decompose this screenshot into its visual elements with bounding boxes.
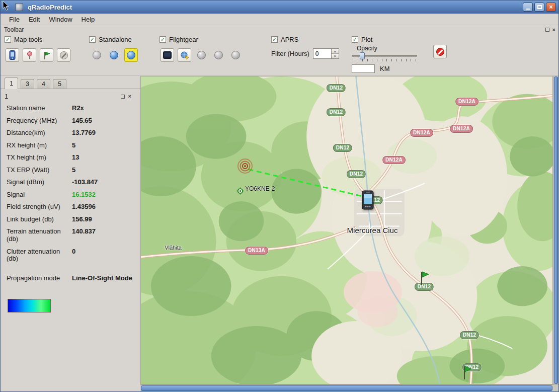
horizontal-scrollbar[interactable] <box>140 384 558 391</box>
station-callsign: YO6KNE-2 <box>245 185 275 192</box>
menu-help[interactable]: Help <box>77 14 100 25</box>
panel-float-icon[interactable] <box>121 95 125 99</box>
mobile-phone-marker[interactable] <box>361 190 374 212</box>
info-row-value: 145.65 <box>72 117 132 125</box>
plot-label: Plot <box>361 36 372 43</box>
info-row-value: 13.7769 <box>72 129 132 137</box>
standalone-label: Standalone <box>99 36 132 43</box>
info-row-label: RX height (m) <box>7 142 67 149</box>
gray-sphere-icon <box>214 51 223 59</box>
standalone-button-3[interactable] <box>124 48 138 62</box>
standalone-checkbox[interactable]: ✓ <box>89 36 96 43</box>
flightgear-settings-button[interactable] <box>178 48 191 62</box>
panel-tab-5[interactable]: 5 <box>53 79 66 89</box>
flightgear-console-button[interactable] <box>161 48 174 62</box>
flag-tool-button[interactable] <box>40 48 53 62</box>
gray-sphere-icon <box>197 51 206 59</box>
map-tools-checkbox[interactable]: ✓ <box>5 36 11 43</box>
info-row-label: Signal (dBm) <box>7 179 67 186</box>
menu-window[interactable]: Window <box>44 14 76 25</box>
table-row: Distance(km)13.7769 <box>7 129 140 137</box>
vertical-scrollbar-thumb[interactable] <box>554 76 558 384</box>
table-row: Propagation modeLine-Of-Sight Mode <box>7 275 140 282</box>
mouse-cursor <box>3 1 10 11</box>
info-row-value: -103.847 <box>72 179 132 186</box>
flightgear-button-3[interactable] <box>195 48 208 62</box>
town-label: Vlăhița <box>165 245 182 251</box>
flightgear-button-5[interactable] <box>229 48 243 62</box>
check-icon: ✓ <box>353 37 357 42</box>
flag-marker[interactable] <box>420 271 430 287</box>
aprs-group: ✓ APRS Filter (Hours) ▲ ▼ <box>271 35 352 59</box>
opacity-label: Opacity <box>357 45 417 52</box>
filter-hours-input[interactable] <box>313 48 331 59</box>
km-input[interactable] <box>352 64 375 73</box>
panel-tab-1[interactable]: 1 <box>5 77 18 89</box>
menu-file[interactable]: File <box>5 14 24 25</box>
no-entry-icon <box>60 51 68 59</box>
info-row-label: Signal <box>7 191 67 199</box>
spin-down-button[interactable]: ▼ <box>332 54 339 58</box>
close-icon: × <box>549 4 552 10</box>
info-row-label: Frequency (MHz) <box>7 117 67 125</box>
signal-color-scale <box>8 299 51 312</box>
vertical-scrollbar[interactable] <box>553 76 558 384</box>
plot-checkbox[interactable]: ✓ <box>352 36 358 43</box>
flightgear-button-4[interactable] <box>212 48 225 62</box>
info-row-value: 1.43596 <box>72 203 132 211</box>
plot-clear-button[interactable] <box>433 45 447 58</box>
info-row-value: 0 <box>72 248 132 263</box>
marker-pin-button[interactable] <box>23 48 36 62</box>
map-column: DN12 DN12 DN12 DN12 DN12 DN12 DN12 DN12 … <box>140 76 558 391</box>
info-row-label: Link budget (db) <box>7 216 67 223</box>
flag-marker[interactable] <box>462 365 472 382</box>
toolbar-close-icon[interactable]: × <box>552 27 555 33</box>
road-badge: DN12 <box>333 144 352 152</box>
info-row-value: Line-Of-Sight Mode <box>72 275 132 282</box>
info-row-label: Distance(km) <box>7 129 67 137</box>
station-info-panel: 1 3 4 5 1 × Station nameR2x Frequency (M… <box>1 76 140 391</box>
flag-icon <box>420 271 430 286</box>
mobile-station-button[interactable] <box>6 48 19 62</box>
blue-sphere-icon <box>127 51 135 59</box>
flag-icon <box>462 365 472 380</box>
maximize-button[interactable] <box>534 3 544 12</box>
road-badge: DN12A <box>455 98 478 106</box>
info-row-value: 5 <box>72 142 132 149</box>
window-title: qRadioPredict <box>28 4 72 11</box>
minimize-button[interactable] <box>523 3 533 12</box>
table-row: TX ERP (Watt)5 <box>7 167 140 174</box>
panel-close-icon[interactable]: × <box>128 94 131 99</box>
aprs-label: APRS <box>281 36 298 43</box>
horizontal-scrollbar-thumb[interactable] <box>141 385 552 391</box>
map-tools-group: ✓ Map tools <box>5 35 89 63</box>
map-view[interactable]: DN12 DN12 DN12 DN12 DN12 DN12 DN12 DN12 … <box>140 76 553 384</box>
flag-icon <box>42 51 51 60</box>
close-button[interactable]: × <box>546 3 556 12</box>
menu-edit[interactable]: Edit <box>24 14 44 25</box>
clear-tool-button[interactable] <box>57 48 70 62</box>
table-row: Signal16.1532 <box>7 191 140 199</box>
slider-handle[interactable] <box>360 52 365 59</box>
panel-tab-3[interactable]: 3 <box>21 79 34 89</box>
spin-up-button[interactable]: ▲ <box>332 49 339 54</box>
panel-tab-4[interactable]: 4 <box>37 79 50 89</box>
table-row: Field strength (uV)1.43596 <box>7 203 140 211</box>
standalone-button-2[interactable] <box>107 48 121 62</box>
titlebar[interactable]: qRadioPredict × <box>1 1 558 14</box>
opacity-slider[interactable] <box>352 52 417 61</box>
standalone-button-1[interactable] <box>90 48 104 62</box>
toolbar-float-icon[interactable] <box>545 28 549 32</box>
info-row-label: Propagation mode <box>7 275 67 282</box>
station-gear-icon[interactable] <box>236 187 244 196</box>
antenna-marker[interactable] <box>236 156 254 176</box>
mobile-phone-icon <box>9 50 16 60</box>
table-row: Clutter attenuation (db)0 <box>7 248 140 263</box>
table-row: Signal (dBm)-103.847 <box>7 179 140 186</box>
aprs-checkbox[interactable]: ✓ <box>271 36 278 43</box>
road-badge: DN12 <box>347 170 366 178</box>
flightgear-checkbox[interactable]: ✓ <box>159 36 166 43</box>
standalone-group: ✓ Standalone <box>89 35 159 63</box>
filter-hours-label: Filter (Hours) <box>271 50 309 57</box>
station-info-rows: Station nameR2x Frequency (MHz)145.65 Di… <box>1 102 140 287</box>
